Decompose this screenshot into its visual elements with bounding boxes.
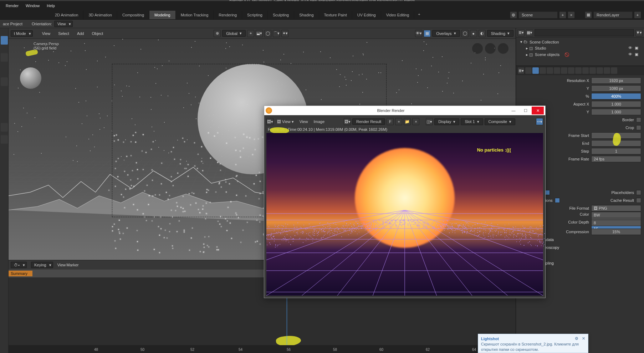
render-window[interactable]: Blender Render — ☐ ✕ 🖼▾ 🖼 View ▾ View Im… bbox=[264, 106, 546, 298]
toolbar-toggle-1[interactable] bbox=[1, 36, 8, 45]
window-maximize-button[interactable]: ☐ bbox=[520, 107, 532, 114]
outliner-filter-button[interactable]: ▼▾ bbox=[635, 29, 643, 36]
outliner-editor-dropdown[interactable]: ≣▾ bbox=[517, 29, 525, 36]
shading-dropdown[interactable]: Shading ▾ bbox=[487, 30, 513, 37]
snap-icon[interactable]: ⌖ bbox=[247, 30, 254, 37]
tab-render[interactable] bbox=[525, 67, 532, 74]
shading-solid[interactable]: ● bbox=[470, 30, 477, 37]
renderlayer-new-button[interactable]: + bbox=[634, 11, 641, 19]
vp-menu-view[interactable]: View bbox=[40, 31, 53, 36]
nav-gizmo-orbit[interactable] bbox=[472, 43, 483, 54]
selectable-icon[interactable]: ▣ bbox=[635, 46, 640, 51]
keying-dropdown[interactable]: Keying bbox=[31, 262, 53, 268]
tab-mesh[interactable] bbox=[597, 67, 603, 74]
field-compression[interactable]: 15% bbox=[591, 229, 641, 235]
workspace-tab-video-editing[interactable]: Video Editing bbox=[381, 11, 415, 19]
scene-icon[interactable]: ◍ bbox=[510, 11, 517, 19]
tab-particle[interactable] bbox=[575, 67, 582, 74]
checkbox-border[interactable] bbox=[636, 117, 641, 122]
checkbox-placeholders[interactable] bbox=[636, 190, 641, 195]
orientation-icon[interactable]: ⊕ bbox=[214, 30, 221, 37]
proportional-icon[interactable]: ◯ bbox=[264, 30, 271, 37]
proportional-dropdown[interactable]: ⌒▾ bbox=[273, 30, 280, 37]
workspace-tab-texture-paint[interactable]: Texture Paint bbox=[319, 11, 352, 19]
workspace-tab-modeling[interactable]: Modeling bbox=[149, 11, 176, 19]
unlink-button[interactable]: × bbox=[412, 118, 419, 125]
field-step[interactable]: 1 bbox=[591, 148, 641, 154]
uv-icon[interactable]: ◫▾ bbox=[426, 118, 433, 125]
outliner-search[interactable] bbox=[535, 29, 634, 36]
tab-texture[interactable] bbox=[611, 67, 617, 74]
lightshot-notification[interactable]: Lightshot ⚙✕ Скриншот сохранён в Screens… bbox=[478, 334, 588, 353]
open-image-button[interactable]: 📁 bbox=[404, 118, 411, 125]
workspace-tab-rendering[interactable]: Rendering bbox=[214, 11, 242, 19]
lightshot-close-icon[interactable]: ✕ bbox=[582, 336, 585, 341]
toolbar-button-2[interactable] bbox=[1, 77, 8, 86]
render-titlebar[interactable]: Blender Render — ☐ ✕ bbox=[264, 106, 545, 115]
timeline-marker-menu[interactable]: Marker bbox=[66, 263, 78, 267]
menu-render[interactable]: Render bbox=[2, 2, 22, 9]
mode-dropdown[interactable]: t Mode bbox=[11, 30, 33, 37]
outliner-scene-collection[interactable]: ▾ 🗀 Scene Collection bbox=[518, 39, 642, 45]
display-dropdown[interactable]: Display ▾ bbox=[434, 118, 459, 125]
toolbar-button-3[interactable] bbox=[1, 123, 8, 132]
checkbox-crop[interactable] bbox=[636, 125, 641, 130]
overlay-toggle[interactable]: ▦ bbox=[424, 30, 431, 37]
scene-del-button[interactable]: × bbox=[568, 11, 575, 19]
workspace-tab-shading[interactable]: Shading bbox=[294, 11, 319, 19]
field-file-format[interactable]: 🖼 PNG bbox=[591, 205, 641, 211]
orientation-dropdown[interactable]: View bbox=[54, 21, 73, 27]
workspace-tab-motion-tracking[interactable]: Motion Tracking bbox=[176, 11, 214, 19]
field-aspect-x[interactable]: 1.000 bbox=[591, 101, 641, 107]
checkbox-overwrite[interactable] bbox=[545, 190, 550, 195]
field-frame-rate[interactable]: 24 fps bbox=[591, 156, 641, 162]
field-aspect-y[interactable]: 1.000 bbox=[591, 109, 641, 115]
pivot-dropdown[interactable]: ✦▾ bbox=[281, 30, 288, 37]
workspace-tab-scripting[interactable]: Scripting bbox=[242, 11, 268, 19]
depth-option-8[interactable]: 8 bbox=[591, 220, 641, 226]
timeline-view-menu[interactable]: View bbox=[57, 263, 66, 267]
annotation-toggle[interactable]: ✏▾ bbox=[536, 118, 543, 125]
scene-new-button[interactable]: + bbox=[559, 11, 566, 19]
workspace-tab-uv-editing[interactable]: UV Editing bbox=[352, 11, 381, 19]
toolbar-button-order[interactable] bbox=[1, 53, 8, 62]
add-image-button[interactable]: + bbox=[395, 118, 402, 125]
checkbox-file-ext[interactable] bbox=[555, 198, 560, 203]
render-result-field[interactable]: Render Result bbox=[352, 118, 385, 125]
nav-gizmo-zoom[interactable] bbox=[498, 43, 508, 54]
render-link-dropdown[interactable]: 🖼▾ bbox=[344, 118, 351, 125]
snap-dropdown[interactable]: ⬓▾ bbox=[256, 30, 263, 37]
window-minimize-button[interactable]: — bbox=[507, 107, 520, 114]
lightshot-settings-icon[interactable]: ⚙ bbox=[575, 336, 578, 341]
render-exclude-icon[interactable]: 🚫 bbox=[564, 52, 569, 57]
rw-menu-image[interactable]: Image bbox=[311, 119, 327, 124]
eye-icon[interactable]: 👁 bbox=[628, 46, 633, 51]
eye-icon[interactable]: 👁 bbox=[628, 52, 633, 57]
outliner[interactable]: ▾ 🗀 Scene Collection ▸ ◫ Studio 👁 ▣ ▸ ◫ … bbox=[516, 37, 644, 66]
tab-render-output[interactable] bbox=[532, 67, 539, 74]
nav-gizmo-pan[interactable] bbox=[485, 43, 496, 54]
visibility-dropdown[interactable]: 👁▾ bbox=[415, 30, 422, 37]
workspace-tab-2d-animation[interactable]: 2D Animation bbox=[50, 11, 83, 19]
field-resolution-x[interactable]: 1920 px bbox=[591, 77, 641, 84]
transform-orientation-dropdown[interactable]: Global ▾ bbox=[222, 30, 246, 37]
tab-scene[interactable] bbox=[547, 67, 553, 74]
tab-constraint[interactable] bbox=[589, 67, 596, 74]
field-percentage[interactable]: 400% bbox=[591, 93, 641, 99]
vp-menu-add[interactable]: Add bbox=[75, 31, 86, 36]
color-option-bw[interactable]: BW bbox=[591, 212, 641, 218]
workspace-tab-sculpting[interactable]: Sculpting bbox=[268, 11, 294, 19]
vp-menu-object[interactable]: Object bbox=[90, 31, 105, 36]
outliner-item-scene-objects[interactable]: ▸ ◫ Scene objects 🚫 👁 ▣ bbox=[518, 51, 642, 58]
rw-menu-view2[interactable]: View bbox=[297, 119, 310, 124]
workspace-tab-compositing[interactable]: Compositing bbox=[117, 11, 149, 19]
scene-field[interactable]: Scene bbox=[518, 11, 558, 19]
image-editor-dropdown[interactable]: 🖼▾ bbox=[266, 118, 274, 125]
window-close-button[interactable]: ✕ bbox=[532, 107, 544, 114]
renderlayer-icon[interactable]: ▦ bbox=[585, 11, 592, 19]
shading-wire[interactable]: ◯ bbox=[461, 30, 469, 37]
toolbar-button-4[interactable] bbox=[1, 135, 8, 144]
selectable-icon[interactable]: ▣ bbox=[635, 52, 640, 57]
tab-viewlayer[interactable] bbox=[540, 67, 546, 74]
tab-world[interactable] bbox=[554, 67, 560, 74]
